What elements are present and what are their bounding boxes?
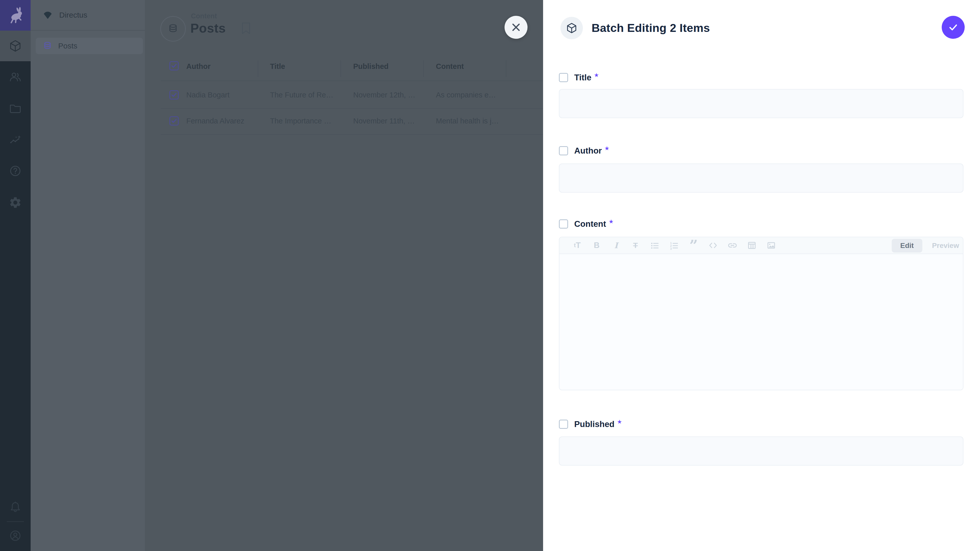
box-icon bbox=[566, 22, 578, 34]
field-author-checkbox[interactable] bbox=[559, 146, 568, 156]
directus-app: Directus Posts Content Posts bbox=[0, 0, 980, 551]
table-icon[interactable] bbox=[747, 240, 757, 251]
strikethrough-icon[interactable]: T bbox=[630, 240, 641, 251]
bold-icon[interactable]: B bbox=[592, 240, 602, 251]
blockquote-icon[interactable]: ” bbox=[689, 240, 699, 251]
content-markdown-editor: tT B I T 123 ” bbox=[559, 237, 963, 390]
field-published-label-row: Published ★ bbox=[559, 419, 622, 429]
check-icon bbox=[947, 21, 959, 33]
field-content-label-row: Content ★ bbox=[559, 219, 614, 229]
editor-toolbar: tT B I T 123 ” bbox=[559, 237, 963, 254]
code-icon[interactable] bbox=[708, 240, 718, 251]
required-star-icon: ★ bbox=[605, 145, 609, 152]
drawer-close-button[interactable] bbox=[504, 16, 528, 39]
numbered-list-icon[interactable]: 123 bbox=[669, 240, 679, 251]
svg-text:3: 3 bbox=[670, 247, 672, 250]
published-input[interactable] bbox=[559, 437, 963, 465]
field-published-checkbox[interactable] bbox=[559, 420, 568, 429]
field-author-label-row: Author ★ bbox=[559, 146, 609, 156]
title-input[interactable] bbox=[559, 89, 963, 118]
link-icon[interactable] bbox=[727, 240, 738, 251]
field-label: Author bbox=[574, 146, 602, 156]
tab-preview[interactable]: Preview bbox=[929, 239, 962, 252]
bulleted-list-icon[interactable] bbox=[650, 240, 660, 251]
save-button[interactable] bbox=[942, 16, 965, 39]
field-label: Content bbox=[574, 219, 606, 229]
italic-icon[interactable]: I bbox=[611, 240, 621, 251]
field-label: Published bbox=[574, 419, 614, 429]
image-icon[interactable] bbox=[766, 240, 776, 251]
field-title-label-row: Title ★ bbox=[559, 73, 599, 83]
tab-edit[interactable]: Edit bbox=[892, 239, 922, 252]
required-star-icon: ★ bbox=[617, 419, 622, 425]
author-input[interactable] bbox=[559, 164, 963, 192]
field-content-checkbox[interactable] bbox=[559, 219, 568, 229]
drawer-overlay[interactable] bbox=[0, 0, 543, 551]
field-label: Title bbox=[574, 73, 591, 83]
field-title-checkbox[interactable] bbox=[559, 73, 568, 82]
close-icon bbox=[511, 22, 521, 32]
required-star-icon: ★ bbox=[609, 218, 614, 225]
drawer-header-icon-circle bbox=[560, 17, 583, 39]
batch-edit-drawer: Batch Editing 2 Items Title ★ Author ★ C… bbox=[543, 0, 980, 551]
content-editor-body[interactable] bbox=[559, 254, 963, 390]
heading-icon[interactable]: tT bbox=[572, 240, 582, 251]
required-star-icon: ★ bbox=[594, 72, 599, 79]
drawer-title: Batch Editing 2 Items bbox=[592, 21, 710, 35]
